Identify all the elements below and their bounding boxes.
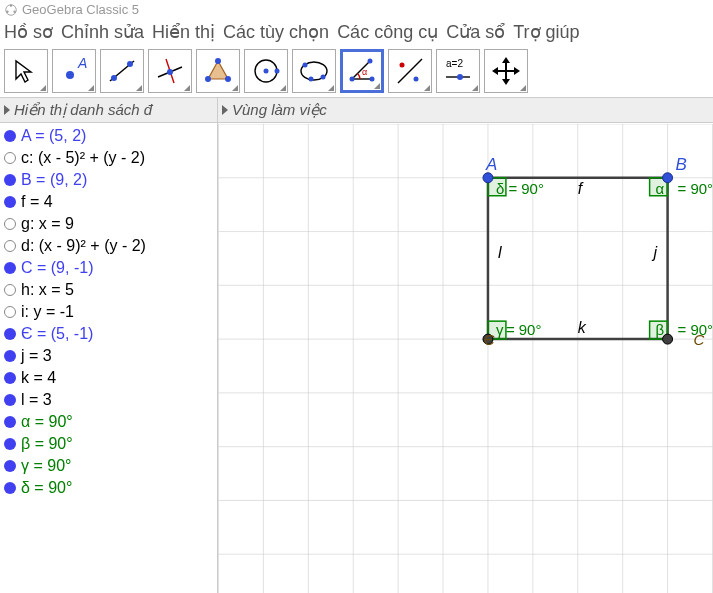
algebra-panel-title: Hiển thị danh sách đ bbox=[14, 101, 152, 119]
algebra-item[interactable]: d: (x - 9)² + (y - 2) bbox=[0, 235, 217, 257]
toolbar: A α a=2 bbox=[0, 45, 713, 97]
app-title: GeoGebra Classic 5 bbox=[22, 2, 139, 17]
svg-point-26 bbox=[370, 77, 375, 82]
tool-perpendicular[interactable] bbox=[148, 49, 192, 93]
algebra-item[interactable]: g: x = 9 bbox=[0, 213, 217, 235]
svg-point-64 bbox=[483, 173, 493, 183]
menu-options[interactable]: Các tùy chọn bbox=[223, 21, 329, 43]
chevron-down-icon bbox=[280, 85, 286, 91]
algebra-item-label: g: x = 9 bbox=[21, 215, 74, 233]
svg-point-11 bbox=[167, 69, 173, 75]
algebra-item-label: C = (9, -1) bbox=[21, 259, 93, 277]
tool-polygon[interactable] bbox=[196, 49, 240, 93]
tool-conic[interactable] bbox=[292, 49, 336, 93]
svg-point-33 bbox=[457, 74, 463, 80]
visibility-bullet-icon[interactable] bbox=[4, 152, 16, 164]
tool-circle[interactable] bbox=[244, 49, 288, 93]
triangle-right-icon bbox=[222, 105, 228, 115]
algebra-item[interactable]: α = 90° bbox=[0, 411, 217, 433]
svg-text:α: α bbox=[362, 67, 367, 77]
algebra-item[interactable]: Є = (5, -1) bbox=[0, 323, 217, 345]
algebra-item-label: δ = 90° bbox=[21, 479, 72, 497]
visibility-bullet-icon[interactable] bbox=[4, 482, 16, 494]
visibility-bullet-icon[interactable] bbox=[4, 328, 16, 340]
menu-window[interactable]: Cửa sổ bbox=[446, 21, 505, 43]
tool-move[interactable] bbox=[4, 49, 48, 93]
visibility-bullet-icon[interactable] bbox=[4, 240, 16, 252]
svg-text:k: k bbox=[578, 319, 587, 336]
visibility-bullet-icon[interactable] bbox=[4, 438, 16, 450]
menu-view[interactable]: Hiển thị bbox=[152, 21, 215, 43]
visibility-bullet-icon[interactable] bbox=[4, 394, 16, 406]
algebra-item[interactable]: i: y = -1 bbox=[0, 301, 217, 323]
visibility-bullet-icon[interactable] bbox=[4, 460, 16, 472]
svg-text:l: l bbox=[498, 244, 502, 261]
tool-line[interactable] bbox=[100, 49, 144, 93]
algebra-item[interactable]: C = (9, -1) bbox=[0, 257, 217, 279]
chevron-down-icon bbox=[88, 85, 94, 91]
algebra-item[interactable]: γ = 90° bbox=[0, 455, 217, 477]
algebra-item-label: h: x = 5 bbox=[21, 281, 74, 299]
svg-point-14 bbox=[225, 76, 231, 82]
menu-tools[interactable]: Các công cụ bbox=[337, 21, 438, 43]
svg-point-8 bbox=[127, 61, 133, 67]
algebra-item[interactable]: l = 3 bbox=[0, 389, 217, 411]
menu-help[interactable]: Trợ giúp bbox=[513, 21, 579, 43]
svg-point-1 bbox=[6, 10, 8, 12]
visibility-bullet-icon[interactable] bbox=[4, 350, 16, 362]
graphics-view[interactable]: ABЄCδ = 90°α= 90°γ= 90°β= 90°fjkl bbox=[218, 124, 713, 593]
algebra-item-label: f = 4 bbox=[21, 193, 53, 211]
app-icon bbox=[4, 3, 18, 17]
algebra-item-label: β = 90° bbox=[21, 435, 73, 453]
chevron-down-icon bbox=[520, 85, 526, 91]
algebra-list: A = (5, 2)c: (x - 5)² + (y - 2)B = (9, 2… bbox=[0, 123, 217, 501]
chevron-down-icon bbox=[374, 83, 380, 89]
visibility-bullet-icon[interactable] bbox=[4, 174, 16, 186]
graphics-panel: Vùng làm việc ABЄCδ = 90°α= 90°γ= 90°β= … bbox=[218, 98, 713, 593]
tool-move-view[interactable] bbox=[484, 49, 528, 93]
visibility-bullet-icon[interactable] bbox=[4, 196, 16, 208]
tool-angle[interactable]: α bbox=[340, 49, 384, 93]
algebra-item-label: B = (9, 2) bbox=[21, 171, 87, 189]
svg-text:α: α bbox=[656, 180, 665, 197]
algebra-item[interactable]: c: (x - 5)² + (y - 2) bbox=[0, 147, 217, 169]
visibility-bullet-icon[interactable] bbox=[4, 306, 16, 318]
algebra-item-label: c: (x - 5)² + (y - 2) bbox=[21, 149, 145, 167]
svg-line-23 bbox=[352, 61, 370, 79]
menu-file[interactable]: Hồ sơ bbox=[4, 21, 53, 43]
visibility-bullet-icon[interactable] bbox=[4, 416, 16, 428]
tool-reflect[interactable] bbox=[388, 49, 432, 93]
svg-text:δ = 90°: δ = 90° bbox=[496, 180, 544, 197]
svg-point-17 bbox=[275, 69, 280, 74]
algebra-panel-header[interactable]: Hiển thị danh sách đ bbox=[0, 98, 217, 123]
visibility-bullet-icon[interactable] bbox=[4, 262, 16, 274]
algebra-item[interactable]: B = (9, 2) bbox=[0, 169, 217, 191]
svg-text:a=2: a=2 bbox=[446, 58, 463, 69]
tool-point[interactable]: A bbox=[52, 49, 96, 93]
visibility-bullet-icon[interactable] bbox=[4, 218, 16, 230]
svg-point-4 bbox=[66, 71, 74, 79]
algebra-item[interactable]: A = (5, 2) bbox=[0, 125, 217, 147]
graphics-panel-title: Vùng làm việc bbox=[232, 101, 327, 119]
triangle-right-icon bbox=[4, 105, 10, 115]
algebra-item[interactable]: j = 3 bbox=[0, 345, 217, 367]
chevron-down-icon bbox=[40, 85, 46, 91]
algebra-item[interactable]: h: x = 5 bbox=[0, 279, 217, 301]
algebra-item[interactable]: f = 4 bbox=[0, 191, 217, 213]
algebra-item-label: α = 90° bbox=[21, 413, 73, 431]
tool-slider[interactable]: a=2 bbox=[436, 49, 480, 93]
chevron-down-icon bbox=[424, 85, 430, 91]
visibility-bullet-icon[interactable] bbox=[4, 372, 16, 384]
svg-point-16 bbox=[264, 69, 269, 74]
algebra-item-label: i: y = -1 bbox=[21, 303, 74, 321]
visibility-bullet-icon[interactable] bbox=[4, 130, 16, 142]
algebra-item[interactable]: δ = 90° bbox=[0, 477, 217, 499]
svg-text:Є: Є bbox=[484, 331, 495, 348]
svg-text:= 90°: = 90° bbox=[678, 321, 713, 338]
graphics-panel-header[interactable]: Vùng làm việc bbox=[218, 98, 713, 123]
algebra-item[interactable]: β = 90° bbox=[0, 433, 217, 455]
svg-text:f: f bbox=[578, 180, 584, 197]
algebra-item[interactable]: k = 4 bbox=[0, 367, 217, 389]
menu-edit[interactable]: Chỉnh sửa bbox=[61, 21, 144, 43]
visibility-bullet-icon[interactable] bbox=[4, 284, 16, 296]
